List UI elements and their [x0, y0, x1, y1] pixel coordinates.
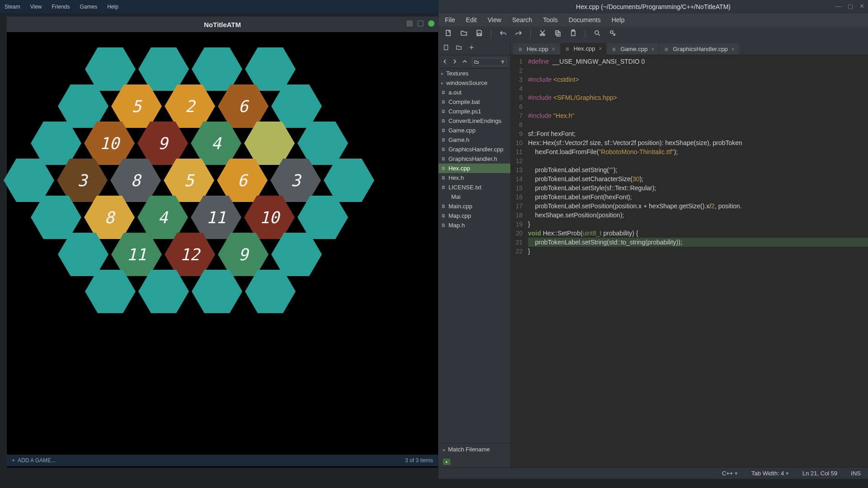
hex-tile[interactable] — [190, 268, 244, 315]
paste-icon[interactable] — [570, 29, 577, 38]
terminal-badge[interactable]: ▪ — [443, 459, 450, 465]
steam-menu-view[interactable]: View — [30, 4, 42, 10]
tree-item-convertlineendings[interactable]: 🗎ConvertLineEndings — [439, 116, 510, 126]
status-tab-width[interactable]: Tab Width: 4 — [751, 470, 789, 477]
side-panel: ▾ TextureswindowsSource🗎a.out🗎Compile.ba… — [439, 42, 511, 467]
file-tree: TextureswindowsSource🗎a.out🗎Compile.bat🗎… — [439, 69, 510, 443]
tree-item-license-txt[interactable]: 🗎LICENSE.txt — [439, 183, 510, 192]
tab-close-icon[interactable]: × — [651, 46, 654, 52]
replace-icon[interactable] — [609, 29, 616, 38]
minimize-icon[interactable] — [406, 20, 413, 27]
nav-up-icon[interactable] — [462, 58, 467, 66]
tab-hex-cpp[interactable]: 🗎Hex.cpp× — [514, 43, 560, 55]
nav-forward-icon[interactable] — [452, 58, 458, 66]
window-maximize-icon[interactable]: ▢ — [848, 3, 853, 9]
search-icon[interactable] — [594, 29, 601, 38]
editor-toolbar — [439, 26, 868, 42]
tree-item-textures[interactable]: Textures — [439, 69, 510, 78]
new-file-icon[interactable] — [445, 29, 452, 38]
undo-icon[interactable] — [500, 29, 507, 38]
svg-rect-10 — [444, 45, 448, 50]
tree-item-graphicshandler-cpp[interactable]: 🗎GraphicsHandler.cpp — [439, 145, 510, 154]
redo-icon[interactable] — [515, 29, 522, 38]
svg-point-8 — [595, 31, 599, 34]
tab-close-icon[interactable]: × — [731, 46, 735, 52]
tab-game-cpp[interactable]: 🗎Game.cpp× — [607, 43, 659, 55]
svg-rect-1 — [478, 33, 481, 35]
tree-item-hex-h[interactable]: 🗎Hex.h — [439, 173, 510, 183]
add-game-button[interactable]: +ADD A GAME... — [12, 457, 56, 464]
tree-item-windowssource[interactable]: windowsSource — [439, 78, 510, 88]
add-panel-icon[interactable] — [468, 44, 475, 52]
tab-hex-cpp[interactable]: 🗎Hex.cpp× — [561, 43, 607, 55]
steam-menu-friends[interactable]: Friends — [52, 4, 70, 10]
documents-panel-icon[interactable] — [443, 44, 449, 52]
menu-tools[interactable]: Tools — [543, 16, 558, 23]
open-file-icon[interactable] — [460, 29, 467, 38]
tab-close-icon[interactable]: × — [552, 46, 555, 52]
library-item-count: 3 of 3 items — [405, 457, 433, 464]
tree-item-hex-cpp[interactable]: 🗎Hex.cpp — [439, 164, 510, 173]
editor-title-text: Hex.cpp (~/Documents/Programming/C++/NoT… — [576, 3, 731, 10]
window-minimize-icon[interactable]: — — [835, 3, 841, 9]
game-titlebar: NoTitleATM — [7, 17, 438, 32]
filebrowser-panel-icon[interactable] — [456, 44, 462, 52]
hex-tile[interactable] — [83, 268, 137, 315]
steam-menu-games[interactable]: Games — [80, 4, 98, 10]
save-icon[interactable] — [476, 29, 483, 38]
menu-edit[interactable]: Edit — [466, 16, 477, 23]
game-title-text: NoTitleATM — [204, 21, 241, 28]
nav-path-dropdown[interactable]: ▾ — [472, 58, 507, 66]
svg-rect-0 — [446, 30, 450, 36]
menu-search[interactable]: Search — [512, 16, 532, 23]
game-viewport[interactable]: 52610943856384111011129 — [7, 32, 438, 468]
copy-icon[interactable] — [554, 29, 561, 38]
menu-help[interactable]: Help — [612, 16, 625, 23]
hex-tile[interactable] — [137, 268, 191, 315]
hex-tile[interactable] — [243, 268, 297, 315]
status-bar: C++ Tab Width: 4 Ln 21, Col 59 INS — [439, 467, 868, 479]
tab-close-icon[interactable]: × — [599, 46, 602, 52]
steam-menu-bar: SteamViewFriendsGamesHelp — [0, 0, 439, 14]
tree-item-map-cpp[interactable]: 🗎Map.cpp — [439, 211, 510, 221]
game-window: NoTitleATM 52610943856384111011129 — [6, 16, 439, 468]
tree-item-a-out[interactable]: 🗎a.out — [439, 88, 510, 97]
steam-menu-steam[interactable]: Steam — [5, 4, 20, 10]
tree-item-game-cpp[interactable]: 🗎Game.cpp — [439, 126, 510, 135]
status-language[interactable]: C++ — [722, 470, 738, 477]
tree-item-compile-ps1[interactable]: 🗎Compile.ps1 — [439, 107, 510, 116]
tree-item-compile-bat[interactable]: 🗎Compile.bat — [439, 97, 510, 107]
tree-item-map-h[interactable]: 🗎Map.h — [439, 221, 510, 230]
cut-icon[interactable] — [539, 29, 546, 38]
tree-item-graphicshandler-h[interactable]: 🗎GraphicsHandler.h — [439, 154, 510, 164]
editor-window: Hex.cpp (~/Documents/Programming/C++/NoT… — [439, 0, 868, 479]
window-close-icon[interactable]: ✕ — [859, 3, 864, 9]
editor-tabs: 🗎Hex.cpp×🗎Hex.cpp×🗎Game.cpp×🗎GraphicsHan… — [511, 42, 868, 55]
steam-menu-help[interactable]: Help — [107, 4, 118, 10]
status-cursor-pos: Ln 21, Col 59 — [802, 470, 837, 477]
tab-graphicshandler-cpp[interactable]: 🗎GraphicsHandler.cpp× — [660, 43, 739, 55]
match-filename-toggle[interactable]: Match Filename — [439, 443, 510, 455]
steam-bottom-bar: +ADD A GAME... 3 of 3 items — [6, 455, 439, 466]
maximize-icon[interactable] — [417, 20, 424, 27]
menu-view[interactable]: View — [488, 16, 501, 23]
tree-item-game-h[interactable]: 🗎Game.h — [439, 135, 510, 145]
editor-titlebar: Hex.cpp (~/Documents/Programming/C++/NoT… — [439, 0, 868, 14]
menu-file[interactable]: File — [445, 16, 455, 23]
nav-back-icon[interactable] — [442, 58, 448, 66]
status-insert-mode: INS — [851, 470, 861, 477]
tree-item-main-cpp[interactable]: 🗎Main.cpp — [439, 202, 510, 211]
editor-menu-bar: FileEditViewSearchToolsDocumentsHelp — [439, 14, 868, 26]
tree-item-mai[interactable]: Mai — [439, 192, 510, 202]
close-icon[interactable] — [428, 20, 434, 27]
menu-documents[interactable]: Documents — [569, 16, 601, 23]
code-editor[interactable]: 12345678910111213141516171819202122 #def… — [511, 55, 868, 467]
